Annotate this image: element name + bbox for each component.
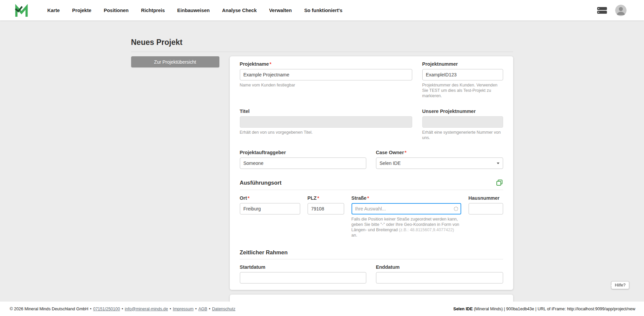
logo-m-icon (15, 4, 29, 17)
section-title: Zeitlicher Rahmen (240, 249, 288, 256)
case-owner-field: Case Owner* Selen IDE (376, 149, 503, 169)
back-to-project-overview-button[interactable]: Zur Projektübersicht (131, 56, 219, 67)
enddatum-input[interactable] (376, 272, 503, 283)
loading-spinner-icon (454, 207, 458, 211)
unsere-projektnummer-input (422, 116, 503, 128)
session-details: (Mineral Minds) | 900ba1edb43e | URL of … (473, 307, 635, 311)
form-row: Projektauftraggeber Case Owner* Selen ID… (240, 149, 503, 169)
session-user: Selen IDE (453, 307, 473, 311)
required-asterisk: * (317, 195, 319, 201)
strasse-input[interactable] (352, 203, 461, 214)
nav-item-einbauweisen[interactable]: Einbauweisen (177, 8, 210, 13)
projektnummer-label: Projektnummer (422, 61, 503, 67)
form-row: Titel Erhält den von uns vorgegebenen Ti… (240, 108, 503, 140)
unsere-projektnummer-helper: Erhält eine systemgenerierte Nummer von … (422, 130, 503, 140)
startdatum-input[interactable] (240, 272, 366, 283)
enddatum-label: Enddatum (376, 264, 503, 270)
chevron-down-icon (497, 163, 499, 164)
footer-datenschutz-link[interactable]: Datenschutz (212, 307, 235, 311)
case-owner-label: Case Owner* (376, 149, 503, 155)
startdatum-field: Startdatum (240, 264, 366, 283)
hausnummer-field: Hausnummer (469, 195, 503, 238)
server-icon[interactable] (597, 7, 607, 14)
form-row: Ort* PLZ* Straße* (240, 195, 503, 238)
projektname-label: Projektname* (240, 61, 412, 67)
projektauftraggeber-input[interactable] (240, 157, 366, 169)
separator-bullet: • (195, 307, 197, 311)
navbar: Karte Projekte Positionen Richtpreis Ein… (0, 0, 644, 20)
projektname-helper: Name vom Kunden festlegbar (240, 82, 412, 88)
help-button[interactable]: Hilfe? (611, 281, 629, 289)
strasse-helper: Falls die Position keiner Straße zugeord… (352, 216, 461, 238)
required-asterisk: * (248, 195, 250, 201)
unsere-projektnummer-label: Unsere Projektnummer (422, 108, 503, 114)
footer-info: © 2026 Mineral Minds Deutschland GmbH • … (10, 307, 235, 311)
titel-input (240, 116, 412, 128)
ort-field: Ort* (240, 195, 300, 238)
separator-bullet: • (90, 307, 91, 311)
separator-bullet: • (170, 307, 171, 311)
nav-item-analyse-check[interactable]: Analyse Check (222, 8, 257, 13)
ort-label: Ort* (240, 195, 300, 201)
footer-session-info: Selen IDE (Mineral Minds) | 900ba1edb43e… (453, 307, 635, 311)
case-owner-value: Selen IDE (380, 161, 401, 166)
footer-impressum-link[interactable]: Impressum (173, 307, 194, 311)
hausnummer-label: Hausnummer (469, 195, 503, 201)
app-logo[interactable] (15, 4, 29, 17)
navbar-right (597, 5, 644, 16)
help-button-label: Hilfe? (615, 283, 626, 288)
projektnummer-field: Projektnummer Projektnummer des Kunden. … (422, 61, 503, 99)
strasse-field: Straße* Falls die Position keiner Straße… (352, 195, 461, 238)
next-section-card (230, 295, 513, 302)
ort-input[interactable] (240, 203, 300, 214)
copy-address-button[interactable] (496, 179, 503, 186)
nav-item-verwalten[interactable]: Verwalten (269, 8, 292, 13)
hausnummer-input[interactable] (469, 203, 503, 214)
unsere-projektnummer-field: Unsere Projektnummer Erhält eine systemg… (422, 108, 503, 140)
footer-phone-link[interactable]: 07151/250100 (93, 307, 120, 311)
copy-icon (496, 179, 503, 186)
nav-item-projekte[interactable]: Projekte (72, 8, 91, 13)
nav-item-so-funktionierts[interactable]: So funktioniert's (304, 8, 342, 13)
nav-item-richtpreis[interactable]: Richtpreis (141, 8, 165, 13)
projektname-field: Projektname* Name vom Kunden festlegbar (240, 61, 412, 99)
main-nav: Karte Projekte Positionen Richtpreis Ein… (47, 8, 342, 13)
titel-helper: Erhält den von uns vorgegebenen Titel. (240, 130, 412, 135)
titel-label: Titel (240, 108, 412, 114)
page-title: Neues Projekt (131, 38, 513, 47)
new-project-form-card: Projektname* Name vom Kunden festlegbar … (230, 56, 513, 290)
titel-field: Titel Erhält den von uns vorgegebenen Ti… (240, 108, 412, 140)
user-avatar[interactable] (615, 5, 627, 16)
required-asterisk: * (405, 150, 407, 155)
case-owner-select[interactable]: Selen IDE (376, 157, 503, 169)
enddatum-field: Enddatum (376, 264, 503, 283)
section-divider (240, 190, 503, 190)
strasse-label: Straße* (352, 195, 461, 201)
required-asterisk: * (270, 61, 272, 67)
section-title: Ausführungsort (240, 179, 282, 186)
section-zeitlicher-rahmen: Zeitlicher Rahmen (240, 249, 503, 256)
plz-field: PLZ* (308, 195, 344, 238)
separator-bullet: • (122, 307, 123, 311)
startdatum-label: Startdatum (240, 264, 366, 270)
plz-input[interactable] (308, 203, 344, 214)
projektauftraggeber-field: Projektauftraggeber (240, 149, 366, 169)
title-divider (131, 52, 513, 52)
section-ausfuehrungsort: Ausführungsort (240, 179, 503, 186)
nav-item-karte[interactable]: Karte (47, 8, 60, 13)
footer-copyright: © 2026 Mineral Minds Deutschland GmbH (10, 307, 88, 311)
form-row: Projektname* Name vom Kunden festlegbar … (240, 61, 503, 99)
footer: © 2026 Mineral Minds Deutschland GmbH • … (0, 302, 644, 316)
nav-item-positionen[interactable]: Positionen (104, 8, 128, 13)
form-row: Startdatum Enddatum (240, 264, 503, 283)
main-content: Neues Projekt Zur Projektübersicht Proje… (0, 20, 644, 302)
required-asterisk: * (367, 195, 369, 201)
projektauftraggeber-label: Projektauftraggeber (240, 149, 366, 155)
footer-agb-link[interactable]: AGB (198, 307, 207, 311)
plz-label: PLZ* (308, 195, 344, 201)
footer-email-link[interactable]: info@mineral-minds.de (125, 307, 168, 311)
projektnummer-input[interactable] (422, 69, 503, 80)
projektnummer-helper: Projektnummer des Kunden. Verwenden Sie … (422, 82, 503, 99)
section-divider (240, 259, 503, 259)
projektname-input[interactable] (240, 69, 412, 80)
